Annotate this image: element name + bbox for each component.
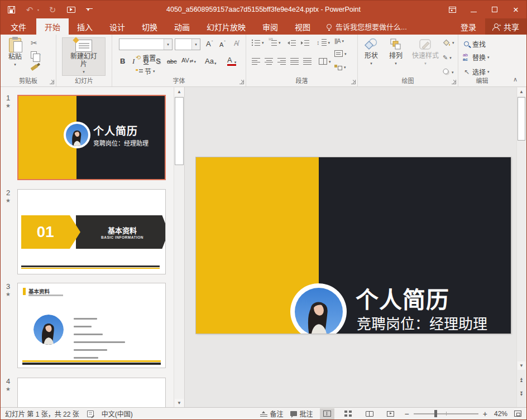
align-right-button[interactable] bbox=[277, 58, 286, 65]
numbering-button[interactable]: ▾ bbox=[269, 39, 281, 46]
editor-scroll-up-button[interactable]: ▲ bbox=[518, 88, 525, 96]
change-case-button[interactable]: Aa▾ bbox=[205, 57, 216, 65]
underline-button[interactable]: U bbox=[143, 57, 148, 65]
maximize-button[interactable] bbox=[484, 1, 505, 18]
copy-button[interactable]: ▾ bbox=[31, 51, 41, 59]
canvas-title[interactable]: 个人简历 bbox=[356, 281, 449, 315]
slide-thumbnail-2[interactable]: 01 基本资料 BASIC INFORMATION bbox=[17, 189, 166, 274]
editor-scroll-down-button[interactable]: ▼ bbox=[518, 361, 525, 370]
comments-toggle-button[interactable]: 批注 bbox=[290, 409, 313, 418]
editor-scrollbar[interactable]: ▲ ▼ ▲▲ ▼▼ bbox=[516, 87, 526, 408]
slide-sorter-view-button[interactable] bbox=[341, 408, 356, 419]
start-slideshow-button[interactable] bbox=[66, 4, 76, 15]
next-slide-button[interactable]: ▼▼ bbox=[518, 388, 525, 399]
text-shadow-button[interactable]: S bbox=[156, 57, 161, 65]
redo-button[interactable]: ↻ bbox=[47, 4, 58, 15]
character-spacing-button[interactable]: AV⇄▾ bbox=[181, 57, 196, 64]
reading-view-button[interactable] bbox=[362, 408, 377, 419]
slide-thumbnail-3[interactable]: 基本资料 bbox=[17, 283, 166, 368]
minimize-button[interactable] bbox=[463, 1, 484, 18]
decrease-indent-button[interactable] bbox=[288, 39, 296, 46]
replace-button[interactable]: abac替换▾ bbox=[463, 52, 490, 62]
increase-indent-button[interactable] bbox=[301, 39, 309, 46]
tab-animations[interactable]: 动画 bbox=[166, 18, 198, 35]
font-name-combobox[interactable]: ▾ bbox=[119, 38, 173, 50]
font-dialog-launcher[interactable] bbox=[239, 80, 244, 84]
shape-effects-button[interactable]: ▾ bbox=[443, 69, 454, 75]
slideshow-view-button[interactable] bbox=[384, 408, 398, 419]
font-color-button[interactable]: A▾ bbox=[227, 56, 236, 66]
fit-slide-to-window-button[interactable] bbox=[514, 411, 521, 417]
find-button[interactable]: 查找 bbox=[464, 39, 486, 49]
tab-view[interactable]: 视图 bbox=[286, 18, 319, 35]
convert-smartart-button[interactable]: ▾ bbox=[334, 64, 346, 70]
shape-fill-button[interactable]: ▾ bbox=[443, 39, 454, 46]
strikethrough-button[interactable]: abc bbox=[167, 58, 177, 65]
zoom-in-button[interactable]: + bbox=[483, 410, 487, 418]
arrange-button[interactable]: 排列 ▾ bbox=[386, 38, 406, 65]
format-painter-button[interactable] bbox=[31, 66, 38, 69]
notes-toggle-button[interactable]: 备注 bbox=[260, 409, 284, 418]
save-button[interactable] bbox=[6, 4, 16, 15]
shrink-font-button[interactable]: Aˇ bbox=[219, 40, 226, 48]
canvas-subtitle[interactable]: 竞聘岗位：经理助理 bbox=[357, 312, 487, 333]
bullets-button[interactable]: ▾ bbox=[252, 39, 264, 46]
paste-button[interactable]: 粘贴 ▾ bbox=[5, 38, 25, 66]
slide-counter[interactable]: 幻灯片 第 1 张，共 22 张 bbox=[5, 409, 79, 418]
ribbon-display-options-button[interactable] bbox=[442, 1, 463, 18]
paragraph-dialog-launcher[interactable] bbox=[351, 80, 356, 84]
slide-thumbnail-1[interactable]: 个人简历 竞聘岗位：经理助理 bbox=[17, 95, 166, 180]
zoom-percentage[interactable]: 42% bbox=[494, 410, 507, 418]
align-text-button[interactable]: ▾ bbox=[334, 50, 347, 57]
select-button[interactable]: ↖选择▾ bbox=[464, 67, 490, 76]
text-direction-button[interactable]: |||A▾ bbox=[334, 38, 344, 44]
zoom-out-button[interactable]: − bbox=[405, 410, 409, 418]
language-indicator[interactable]: 中文(中国) bbox=[102, 409, 133, 418]
drawing-dialog-launcher[interactable] bbox=[452, 80, 456, 84]
close-button[interactable]: × bbox=[505, 1, 526, 18]
normal-view-button[interactable] bbox=[320, 408, 334, 419]
line-spacing-button[interactable]: ↕▾ bbox=[317, 39, 330, 46]
previous-slide-button[interactable]: ▲▲ bbox=[518, 374, 525, 385]
slide-thumbnail-4[interactable] bbox=[17, 378, 166, 408]
thumbnail-scrollbar[interactable]: ▲ ▼ bbox=[174, 87, 184, 408]
scrollbar-thumb[interactable] bbox=[175, 97, 184, 165]
align-center-button[interactable] bbox=[265, 58, 273, 65]
undo-button[interactable]: ↶ bbox=[25, 4, 35, 15]
scroll-up-button[interactable]: ▲ bbox=[175, 88, 184, 96]
cut-button[interactable]: ✂ bbox=[31, 39, 37, 47]
zoom-slider-track[interactable] bbox=[414, 413, 478, 414]
align-left-button[interactable] bbox=[252, 58, 260, 65]
font-size-combobox[interactable]: ▾ bbox=[175, 38, 200, 50]
clipboard-dialog-launcher[interactable] bbox=[50, 80, 54, 84]
tab-review[interactable]: 审阅 bbox=[254, 18, 286, 35]
customize-qat-button[interactable] bbox=[84, 4, 94, 15]
tab-insert[interactable]: 插入 bbox=[69, 18, 101, 35]
scroll-down-button[interactable]: ▼ bbox=[175, 399, 184, 407]
columns-button[interactable]: ▾ bbox=[319, 58, 331, 65]
new-slide-button[interactable]: 新建幻灯片 ▾ bbox=[62, 37, 106, 76]
proofing-icon[interactable] bbox=[87, 411, 94, 417]
tab-slideshow[interactable]: 幻灯片放映 bbox=[198, 18, 254, 35]
undo-dropdown[interactable]: ▾ bbox=[37, 8, 39, 12]
tab-design[interactable]: 设计 bbox=[101, 18, 133, 35]
slide-canvas[interactable]: 个人简历 竞聘岗位：经理助理 bbox=[196, 157, 511, 334]
zoom-slider-thumb[interactable] bbox=[434, 410, 437, 417]
tell-me-box[interactable]: 告诉我您想要做什么... bbox=[327, 18, 407, 35]
italic-button[interactable]: I bbox=[132, 57, 135, 66]
editor-scrollbar-thumb[interactable] bbox=[518, 97, 525, 141]
shapes-button[interactable]: 形状 ▾ bbox=[361, 38, 381, 65]
tab-file[interactable]: 文件 bbox=[1, 18, 36, 35]
collapse-ribbon-button[interactable]: ∧ bbox=[513, 76, 518, 83]
clear-formatting-button[interactable]: A̸ bbox=[234, 40, 238, 47]
justify-button[interactable] bbox=[290, 58, 299, 65]
distribute-button[interactable] bbox=[303, 58, 312, 65]
sign-in-button[interactable]: 登录 bbox=[452, 18, 485, 35]
tab-home[interactable]: 开始 bbox=[36, 18, 69, 35]
share-button[interactable]: + 共享 bbox=[485, 18, 526, 35]
bold-button[interactable]: B bbox=[120, 57, 125, 65]
canvas-photo[interactable] bbox=[290, 283, 347, 334]
shape-outline-button[interactable]: ✎ ▾ bbox=[443, 54, 452, 61]
quick-styles-button[interactable]: 快速样式 ▾ bbox=[409, 38, 442, 65]
grow-font-button[interactable]: Aˆ bbox=[206, 40, 213, 48]
